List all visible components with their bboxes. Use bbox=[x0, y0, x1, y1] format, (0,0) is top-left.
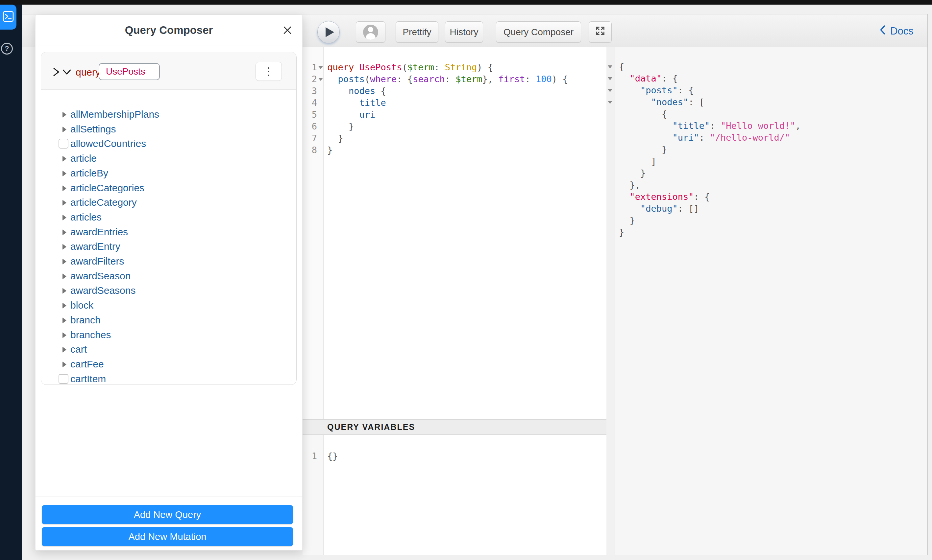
operation-name-input[interactable]: UsePosts bbox=[99, 63, 160, 80]
prettify-button[interactable]: Prettify bbox=[396, 22, 438, 43]
code-text: } bbox=[327, 132, 343, 144]
field-row-articles[interactable]: articles bbox=[41, 211, 297, 224]
line-number: 6 bbox=[302, 121, 317, 132]
code-text: title bbox=[327, 97, 386, 109]
field-row-block[interactable]: block bbox=[41, 299, 297, 312]
result-code-line: "uri": "/hello-world/" bbox=[606, 132, 927, 144]
query-variables-title: QUERY VARIABLES bbox=[327, 422, 415, 432]
field-label: articleCategories bbox=[70, 182, 144, 194]
fullscreen-icon bbox=[595, 25, 606, 39]
expand-chevrons-icon[interactable] bbox=[52, 67, 73, 78]
fold-arrow-icon[interactable] bbox=[318, 78, 323, 81]
field-expand-arrow-icon[interactable] bbox=[62, 185, 66, 191]
fold-arrow-icon[interactable] bbox=[608, 77, 613, 80]
field-label: articleCategory bbox=[70, 197, 137, 208]
panel-title: Query Composer bbox=[125, 24, 213, 37]
field-expand-arrow-icon[interactable] bbox=[62, 126, 66, 132]
field-row-awardSeason[interactable]: awardSeason bbox=[41, 270, 297, 283]
field-expand-arrow-icon[interactable] bbox=[62, 244, 66, 250]
field-expand-arrow-icon[interactable] bbox=[62, 317, 66, 323]
result-code-line: { bbox=[606, 108, 927, 120]
fold-arrow-icon[interactable] bbox=[608, 65, 613, 68]
code-text: {} bbox=[327, 450, 338, 462]
field-label: awardFilters bbox=[70, 256, 124, 267]
code-text: query UsePosts($term: String) { bbox=[327, 62, 493, 73]
editor-code-line: 1query UsePosts($term: String) { bbox=[302, 62, 606, 73]
line-number: 4 bbox=[302, 97, 317, 109]
field-row-allowedCountries[interactable]: allowedCountries bbox=[41, 137, 297, 151]
result-code-line: "nodes": [ bbox=[606, 96, 927, 108]
docs-explorer-toggle[interactable]: Docs bbox=[865, 14, 927, 48]
field-expand-arrow-icon[interactable] bbox=[62, 288, 66, 294]
field-row-awardEntries[interactable]: awardEntries bbox=[41, 226, 297, 239]
frame-border bbox=[927, 14, 928, 555]
close-icon[interactable] bbox=[281, 24, 293, 36]
field-row-cart[interactable]: cart bbox=[41, 343, 297, 356]
help-icon[interactable]: ? bbox=[1, 43, 13, 55]
field-expand-arrow-icon[interactable] bbox=[62, 362, 66, 368]
field-row-cartFee[interactable]: cartFee bbox=[41, 358, 297, 371]
auth-avatar-button[interactable] bbox=[356, 22, 386, 43]
query-editor[interactable]: 1query UsePosts($term: String) {2 posts(… bbox=[302, 47, 606, 419]
field-label: articles bbox=[70, 212, 102, 223]
field-row-awardEntry[interactable]: awardEntry bbox=[41, 240, 297, 253]
field-row-branch[interactable]: branch bbox=[41, 314, 297, 327]
field-label: block bbox=[70, 300, 93, 311]
checkbox[interactable] bbox=[59, 139, 68, 149]
window-top-strip bbox=[0, 0, 932, 5]
result-code-line: "title": "Hello world!", bbox=[606, 120, 927, 132]
code-text: ] bbox=[619, 155, 656, 167]
result-code-line: ] bbox=[606, 155, 927, 167]
line-number: 2 bbox=[302, 73, 317, 85]
field-expand-arrow-icon[interactable] bbox=[62, 258, 66, 265]
field-expand-arrow-icon[interactable] bbox=[62, 156, 66, 162]
result-code-line: } bbox=[606, 167, 927, 179]
add-new-query-button[interactable]: Add New Query bbox=[42, 505, 293, 524]
execute-button[interactable] bbox=[317, 21, 340, 43]
field-expand-arrow-icon[interactable] bbox=[62, 274, 66, 279]
field-row-allMembershipPlans[interactable]: allMembershipPlans bbox=[41, 108, 297, 121]
field-row-articleCategory[interactable]: articleCategory bbox=[41, 196, 297, 209]
query-composer-header: Query Composer bbox=[35, 15, 302, 45]
field-row-allSettings[interactable]: allSettings bbox=[41, 123, 297, 136]
field-expand-arrow-icon[interactable] bbox=[62, 171, 66, 177]
results-viewer: { "data": { "posts": { "nodes": [ { "tit… bbox=[606, 47, 927, 555]
field-expand-arrow-icon[interactable] bbox=[62, 200, 66, 206]
field-expand-arrow-icon[interactable] bbox=[62, 347, 66, 352]
query-variables-editor[interactable]: 1{} bbox=[302, 435, 606, 555]
graphiql-ide-button[interactable] bbox=[0, 5, 17, 29]
code-text: }, bbox=[619, 179, 640, 191]
field-row-awardSeasons[interactable]: awardSeasons bbox=[41, 284, 297, 297]
fold-arrow-icon[interactable] bbox=[608, 89, 613, 92]
field-expand-arrow-icon[interactable] bbox=[62, 303, 66, 309]
field-row-article[interactable]: article bbox=[41, 152, 297, 165]
field-expand-arrow-icon[interactable] bbox=[62, 112, 66, 118]
field-row-articleBy[interactable]: articleBy bbox=[41, 167, 297, 180]
history-button[interactable]: History bbox=[445, 22, 483, 43]
editor-code-line: 7 } bbox=[302, 132, 606, 144]
kebab-menu-button[interactable]: ⋮ bbox=[256, 62, 282, 81]
field-row-awardFilters[interactable]: awardFilters bbox=[41, 255, 297, 268]
code-text: uri bbox=[327, 109, 375, 121]
field-row-cartItem[interactable]: cartItem bbox=[41, 373, 297, 386]
field-expand-arrow-icon[interactable] bbox=[62, 332, 66, 338]
query-composer-panel: Query Composer query UsePosts ⋮ allMembe… bbox=[35, 15, 302, 551]
field-row-branches[interactable]: branches bbox=[41, 329, 297, 342]
terminal-icon bbox=[2, 11, 14, 24]
kebab-icon: ⋮ bbox=[264, 65, 274, 78]
code-text: nodes { bbox=[327, 85, 386, 97]
fullscreen-button[interactable] bbox=[589, 22, 612, 43]
fold-arrow-icon[interactable] bbox=[608, 101, 613, 104]
field-row-articleCategories[interactable]: articleCategories bbox=[41, 182, 297, 195]
field-expand-arrow-icon[interactable] bbox=[62, 229, 66, 235]
add-new-mutation-button[interactable]: Add New Mutation bbox=[42, 527, 293, 546]
code-text: } bbox=[619, 167, 645, 179]
fold-arrow-icon[interactable] bbox=[318, 66, 323, 69]
checkbox[interactable] bbox=[59, 374, 68, 384]
query-composer-toggle-button[interactable]: Query Composer bbox=[496, 22, 581, 43]
app-sidebar: ? bbox=[0, 5, 22, 560]
field-label: articleBy bbox=[70, 168, 108, 179]
code-text: } bbox=[327, 144, 332, 156]
query-variables-header[interactable]: QUERY VARIABLES bbox=[302, 419, 606, 435]
field-expand-arrow-icon[interactable] bbox=[62, 215, 66, 220]
